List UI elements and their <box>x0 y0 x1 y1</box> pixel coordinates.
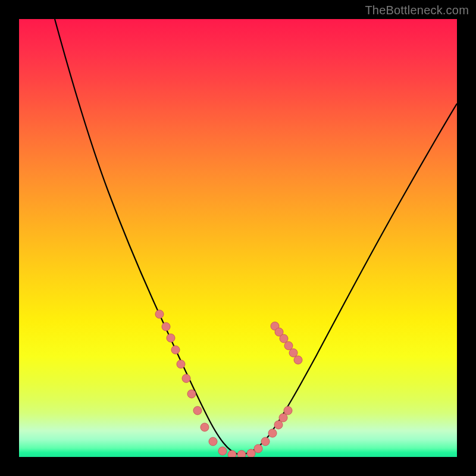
curve-layer <box>19 19 457 457</box>
marker-dot <box>177 360 185 368</box>
marker-dot <box>261 437 270 446</box>
marker-dot <box>209 437 217 446</box>
marker-cluster-right <box>247 322 302 457</box>
marker-dot <box>187 390 196 398</box>
marker-dot <box>274 421 283 429</box>
plot-area <box>19 19 457 457</box>
marker-dot <box>284 342 293 350</box>
marker-dot <box>201 423 209 431</box>
marker-dot <box>193 406 202 415</box>
bottleneck-curve <box>55 19 457 455</box>
marker-dot <box>171 346 180 354</box>
marker-dot <box>294 356 302 364</box>
marker-dot <box>228 450 236 457</box>
marker-dot <box>268 429 277 437</box>
marker-dot <box>279 414 287 422</box>
marker-dot <box>280 334 288 343</box>
marker-dot <box>284 406 292 415</box>
marker-dot <box>182 374 190 383</box>
watermark-text: TheBottleneck.com <box>365 4 469 17</box>
marker-dot <box>289 349 298 357</box>
marker-dot <box>254 444 262 453</box>
marker-dot <box>155 310 164 318</box>
marker-cluster-left <box>155 310 246 457</box>
chart-frame: TheBottleneck.com <box>0 0 476 476</box>
marker-dot <box>162 322 170 331</box>
marker-dot <box>167 334 175 342</box>
marker-dot <box>218 447 227 455</box>
marker-dot <box>237 450 246 457</box>
marker-dot <box>247 449 255 457</box>
